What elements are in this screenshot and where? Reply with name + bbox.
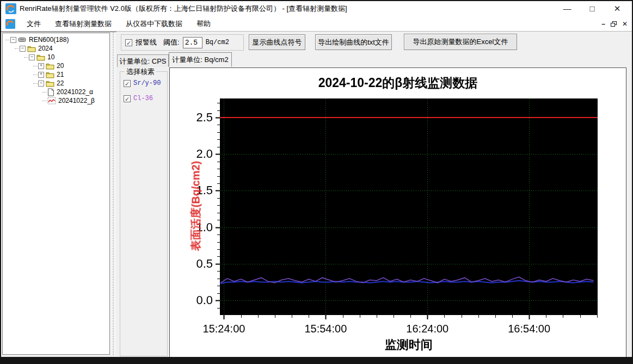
tree-connector xyxy=(33,75,38,75)
document-icon xyxy=(47,88,54,96)
tree-item[interactable]: 20241022_α xyxy=(3,88,109,96)
window-title: RenriRate辐射剂量管理软件 V2.0版（版权所有：上海仁日辐射防护设备有… xyxy=(20,1,347,16)
menu-item-file[interactable]: 文件 xyxy=(20,16,48,32)
tree-connector xyxy=(42,92,47,92)
chart-icon xyxy=(47,97,56,104)
tree-connector xyxy=(5,40,10,40)
alarm-line-groupbox: ✓ 报警线 阈值: Bq/cm2 xyxy=(121,34,244,51)
nuclide-select-groupbox: 选择核素 ✓Sr/y-90✓Cl-36 xyxy=(120,71,168,356)
tree-item-label: 20241022_β xyxy=(58,97,95,104)
window-controls: — □ ✕ xyxy=(555,1,630,16)
tree-item[interactable]: +20 xyxy=(3,61,109,70)
app-window: RenriRate辐射剂量管理软件 V2.0版（版权所有：上海仁日辐射防护设备有… xyxy=(0,0,633,364)
tree-item-label: 20241022_α xyxy=(57,88,93,96)
nuclide-item: ✓Cl-36 xyxy=(124,95,167,102)
menu-item-download[interactable]: 从仪器中下载数据 xyxy=(119,16,189,32)
tree-item-label: REN600(188) xyxy=(29,36,69,44)
tab-unit-bqcm2[interactable]: 计量单位: Bq/cm2 xyxy=(169,52,232,67)
panel-splitter[interactable] xyxy=(111,33,116,355)
measurement-view-panel: ✓ 报警线 阈值: Bq/cm2 显示曲线点符号 导出绘制曲线的txt文件 导出… xyxy=(116,32,632,357)
close-icon[interactable]: ✕ xyxy=(605,1,630,16)
menu-item-help[interactable]: 帮助 xyxy=(189,16,218,32)
menu-item-view-data[interactable]: 查看辐射测量数据 xyxy=(48,16,119,32)
threshold-input[interactable] xyxy=(183,37,202,48)
tree-item[interactable]: 20241022_β xyxy=(3,96,109,105)
app-logo-icon xyxy=(5,3,16,14)
nuclide-checkbox[interactable]: ✓ xyxy=(124,95,131,102)
maximize-icon[interactable]: □ xyxy=(580,1,605,16)
alarm-line-label: 报警线 xyxy=(136,38,157,47)
window-bottom-edge xyxy=(1,357,632,363)
menu-items: 文件 查看辐射测量数据 从仪器中下载数据 帮助 xyxy=(20,16,218,32)
folder-icon xyxy=(36,54,45,61)
chart-frame: 2024-10-22的β射线监测数据 表面活度(Bq/cm2) 监测时间 xyxy=(169,67,626,359)
mdi-close-icon[interactable]: ✕ xyxy=(622,20,628,28)
tree-connector xyxy=(42,101,47,101)
export-excel-button[interactable]: 导出原始测量数据的Excel文件 xyxy=(404,34,517,50)
tree-item[interactable]: −22 xyxy=(3,79,109,88)
title-bar: RenriRate辐射剂量管理软件 V2.0版（版权所有：上海仁日辐射防护设备有… xyxy=(1,1,632,16)
alarm-line-checkbox[interactable]: ✓ xyxy=(125,39,132,46)
folder-icon xyxy=(46,80,54,87)
export-txt-button[interactable]: 导出绘制曲线的txt文件 xyxy=(315,34,392,50)
menu-bar: 文件 查看辐射测量数据 从仪器中下载数据 帮助 – ✕ xyxy=(1,16,632,32)
nuclide-groupbox-title: 选择核素 xyxy=(125,67,156,77)
nuclide-checkbox[interactable]: ✓ xyxy=(124,80,131,87)
tree-expander-icon[interactable]: + xyxy=(38,72,44,78)
tree-connector xyxy=(15,48,19,49)
show-curve-points-button[interactable]: 显示曲线点符号 xyxy=(249,34,305,50)
chart-title: 2024-10-22的β射线监测数据 xyxy=(170,75,626,91)
tree-connector xyxy=(33,66,38,66)
tree-item-label: 20 xyxy=(57,62,64,70)
mdi-minimize-icon[interactable]: – xyxy=(601,20,605,28)
minimize-icon[interactable]: — xyxy=(555,1,580,16)
tree-item-label: 21 xyxy=(57,71,64,78)
chart-y-axis-label: 表面活度(Bq/cm2) xyxy=(189,146,204,266)
mdi-window-controls: – ✕ xyxy=(601,16,628,32)
folder-icon xyxy=(46,63,54,70)
tree-item[interactable]: −10 xyxy=(3,53,109,61)
folder-icon xyxy=(27,45,36,52)
tree-connector xyxy=(24,57,28,58)
mdi-restore-icon[interactable] xyxy=(611,21,617,27)
tree-connector xyxy=(33,83,38,84)
folder-icon xyxy=(46,71,54,78)
chart-x-axis-label: 监测时间 xyxy=(220,337,598,353)
monitor-chart-canvas xyxy=(170,68,626,359)
tree-item[interactable]: +21 xyxy=(3,70,109,79)
tree-expander-icon[interactable]: − xyxy=(20,46,26,52)
device-icon xyxy=(18,36,27,44)
tab-unit-cps[interactable]: 计量单位: CPS xyxy=(117,54,169,67)
tree-expander-icon[interactable]: − xyxy=(10,37,16,43)
tree-item[interactable]: −2024 xyxy=(3,44,109,53)
threshold-label: 阈值: xyxy=(163,38,180,47)
tree-expander-icon[interactable]: + xyxy=(38,63,44,69)
mdi-child-logo-icon xyxy=(5,19,15,29)
nuclide-label: Cl-36 xyxy=(133,95,153,102)
tree-expander-icon[interactable]: − xyxy=(38,81,44,87)
tree-expander-icon[interactable]: − xyxy=(29,54,35,60)
tree-item-label: 2024 xyxy=(38,45,53,52)
tree-item-label: 10 xyxy=(47,53,54,61)
device-data-tree: −REN600(188)−2024−10+20+21−2220241022_α2… xyxy=(2,33,110,355)
nuclide-item: ✓Sr/y-90 xyxy=(124,79,167,87)
threshold-unit-label: Bq/cm2 xyxy=(206,39,229,46)
nuclide-label: Sr/y-90 xyxy=(133,79,161,87)
tree-item[interactable]: −REN600(188) xyxy=(3,35,109,44)
tree-item-label: 22 xyxy=(57,79,64,87)
